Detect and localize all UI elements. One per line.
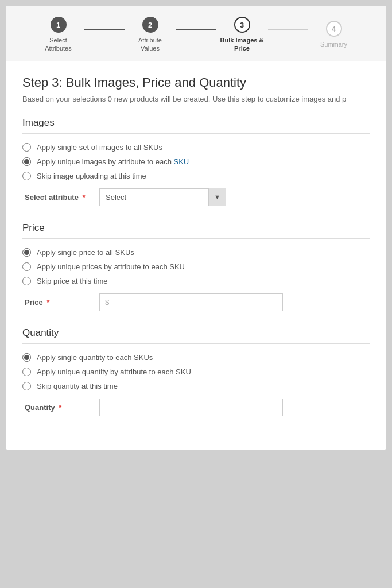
required-star-price: * xyxy=(45,298,50,307)
connector-1-2 xyxy=(84,29,125,30)
quantity-row: Quantity * xyxy=(25,399,370,416)
step-3-circle: 3 xyxy=(234,17,250,33)
quantity-section: Quantity Apply single quantity to each S… xyxy=(22,327,370,416)
img-option-1[interactable]: Apply single set of images to all SKUs xyxy=(22,143,370,152)
price-input[interactable] xyxy=(99,293,283,311)
main-content: Step 3: Bulk Images, Price and Quantity … xyxy=(6,61,386,450)
price-option-3[interactable]: Skip price at this time xyxy=(22,277,370,285)
required-star-attr: * xyxy=(80,193,86,202)
price-label-3: Skip price at this time xyxy=(37,277,108,285)
step-4-circle: 4 xyxy=(326,21,342,37)
page-subtitle: Based on your selections 0 new products … xyxy=(22,95,370,103)
stepper-track: 1 SelectAttributes 2 AttributeValues 3 B… xyxy=(24,17,368,53)
price-section: Price Apply single price to all SKUs App… xyxy=(22,222,370,311)
quantity-field-label: Quantity * xyxy=(25,403,99,412)
quantity-input[interactable] xyxy=(99,399,283,416)
step-1-label: SelectAttributes xyxy=(45,36,71,53)
page-wrapper: 1 SelectAttributes 2 AttributeValues 3 B… xyxy=(6,6,386,450)
images-section: Images Apply single set of images to all… xyxy=(22,117,370,206)
img-radio-3[interactable] xyxy=(22,172,31,180)
qty-radio-1[interactable] xyxy=(22,353,31,362)
step-2: 2 AttributeValues xyxy=(125,17,176,53)
quantity-section-title: Quantity xyxy=(22,327,370,344)
qty-label-2: Apply unique quantity by attribute to ea… xyxy=(37,368,191,376)
select-wrapper: Select ▼ xyxy=(99,188,226,206)
connector-3-4 xyxy=(268,29,308,30)
price-radio-2[interactable] xyxy=(22,262,31,271)
price-option-1[interactable]: Apply single price to all SKUs xyxy=(22,248,370,257)
price-radio-1[interactable] xyxy=(22,248,31,257)
price-label-1: Apply single price to all SKUs xyxy=(37,248,134,257)
step-3: 3 Bulk Images &Price xyxy=(216,17,268,53)
img-label-1: Apply single set of images to all SKUs xyxy=(37,143,162,152)
step-1: 1 SelectAttributes xyxy=(33,17,84,53)
attribute-row: Select attribute * Select ▼ xyxy=(25,188,370,206)
attribute-label: Select attribute * xyxy=(25,193,99,202)
img-option-2[interactable]: Apply unique images by attribute to each… xyxy=(22,157,370,166)
attribute-select[interactable]: Select xyxy=(99,188,226,206)
price-row: Price * $ xyxy=(25,293,370,311)
step-4: 4 Summary xyxy=(308,21,360,48)
qty-option-1[interactable]: Apply single quantity to each SKUs xyxy=(22,353,370,362)
step-2-circle: 2 xyxy=(142,17,158,33)
img-radio-1[interactable] xyxy=(22,143,31,152)
step-2-label: AttributeValues xyxy=(138,36,162,53)
img-sku-link[interactable]: SKU xyxy=(173,157,189,166)
price-section-title: Price xyxy=(22,222,370,239)
step-3-label: Bulk Images &Price xyxy=(220,36,264,53)
stepper: 1 SelectAttributes 2 AttributeValues 3 B… xyxy=(6,6,386,61)
required-star-qty: * xyxy=(57,403,62,412)
qty-option-3[interactable]: Skip quantity at this time xyxy=(22,382,370,390)
price-field-label: Price * xyxy=(25,298,99,307)
step-4-label: Summary xyxy=(320,40,347,48)
qty-label-1: Apply single quantity to each SKUs xyxy=(37,353,153,362)
step-1-circle: 1 xyxy=(51,17,67,33)
img-option-3[interactable]: Skip image uploading at this time xyxy=(22,172,370,180)
images-section-title: Images xyxy=(22,117,370,134)
connector-2-3 xyxy=(176,29,216,30)
price-input-wrapper: $ xyxy=(99,293,283,311)
qty-option-2[interactable]: Apply unique quantity by attribute to ea… xyxy=(22,368,370,376)
img-label-3: Skip image uploading at this time xyxy=(37,172,146,180)
page-title: Step 3: Bulk Images, Price and Quantity xyxy=(22,75,370,90)
price-label-2: Apply unique prices by attribute to each… xyxy=(37,262,185,271)
qty-radio-3[interactable] xyxy=(22,382,31,390)
qty-radio-2[interactable] xyxy=(22,368,31,376)
price-radio-3[interactable] xyxy=(22,277,31,285)
price-option-2[interactable]: Apply unique prices by attribute to each… xyxy=(22,262,370,271)
img-radio-2[interactable] xyxy=(22,157,31,166)
img-label-2: Apply unique images by attribute to each… xyxy=(37,157,189,166)
qty-label-3: Skip quantity at this time xyxy=(37,382,118,390)
